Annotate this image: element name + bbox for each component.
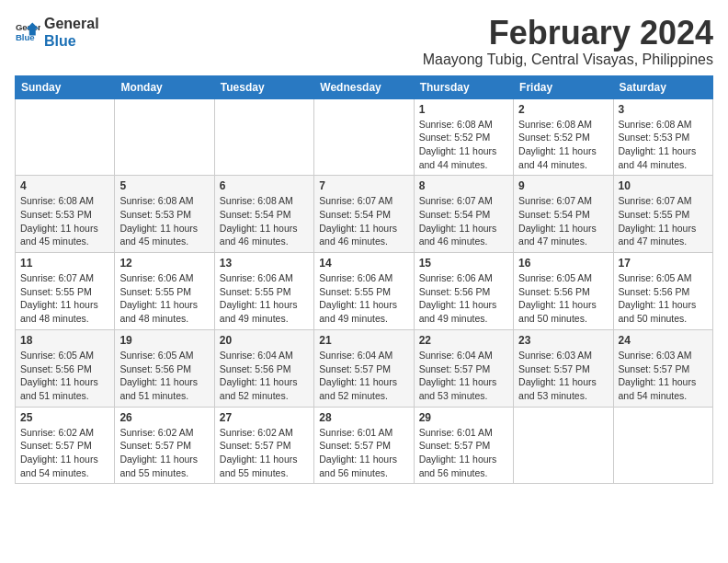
day-number: 21 [319,334,408,347]
calendar-cell: 24Sunrise: 6:03 AM Sunset: 5:57 PM Dayli… [613,329,712,407]
day-info: Sunrise: 6:07 AM Sunset: 5:55 PM Dayligh… [20,271,109,326]
day-info: Sunrise: 6:07 AM Sunset: 5:54 PM Dayligh… [319,194,408,248]
calendar-cell: 13Sunrise: 6:06 AM Sunset: 5:55 PM Dayli… [214,253,313,330]
calendar-cell [514,407,613,484]
day-info: Sunrise: 6:03 AM Sunset: 5:57 PM Dayligh… [619,349,708,403]
day-header-sunday: Sunday [16,75,115,98]
day-number: 25 [20,411,109,424]
logo-blue: Blue [44,32,99,50]
calendar-cell: 1Sunrise: 6:08 AM Sunset: 5:52 PM Daylig… [414,98,513,176]
calendar-cell: 20Sunrise: 6:04 AM Sunset: 5:56 PM Dayli… [214,329,313,407]
calendar-cell: 21Sunrise: 6:04 AM Sunset: 5:57 PM Dayli… [314,329,414,407]
day-number: 29 [419,411,508,424]
day-info: Sunrise: 6:04 AM Sunset: 5:57 PM Dayligh… [319,349,408,403]
day-number: 2 [518,103,608,116]
calendar-cell: 7Sunrise: 6:07 AM Sunset: 5:54 PM Daylig… [314,176,414,253]
calendar-cell [314,98,414,176]
calendar-cell: 14Sunrise: 6:06 AM Sunset: 5:55 PM Dayli… [314,253,414,330]
day-info: Sunrise: 6:06 AM Sunset: 5:55 PM Dayligh… [119,271,209,326]
calendar-body: 1Sunrise: 6:08 AM Sunset: 5:52 PM Daylig… [16,98,713,484]
calendar-week-2: 11Sunrise: 6:07 AM Sunset: 5:55 PM Dayli… [16,253,713,330]
calendar-cell: 3Sunrise: 6:08 AM Sunset: 5:53 PM Daylig… [613,98,712,176]
day-number: 23 [518,334,608,347]
title-area: February 2024 Maayong Tubig, Central Vis… [423,15,713,68]
calendar-week-4: 25Sunrise: 6:02 AM Sunset: 5:57 PM Dayli… [16,407,713,484]
calendar-week-3: 18Sunrise: 6:05 AM Sunset: 5:56 PM Dayli… [16,329,713,407]
calendar-table: SundayMondayTuesdayWednesdayThursdayFrid… [15,75,713,485]
day-info: Sunrise: 6:06 AM Sunset: 5:55 PM Dayligh… [220,271,309,326]
calendar-cell: 17Sunrise: 6:05 AM Sunset: 5:56 PM Dayli… [613,253,712,330]
calendar-cell: 29Sunrise: 6:01 AM Sunset: 5:57 PM Dayli… [414,407,513,484]
day-header-saturday: Saturday [613,75,712,98]
day-info: Sunrise: 6:05 AM Sunset: 5:56 PM Dayligh… [619,271,708,326]
day-info: Sunrise: 6:05 AM Sunset: 5:56 PM Dayligh… [20,349,109,403]
calendar-cell: 8Sunrise: 6:07 AM Sunset: 5:54 PM Daylig… [414,176,513,253]
day-header-friday: Friday [514,75,613,98]
day-info: Sunrise: 6:08 AM Sunset: 5:52 PM Dayligh… [518,118,608,172]
calendar-cell: 2Sunrise: 6:08 AM Sunset: 5:52 PM Daylig… [514,98,613,176]
calendar-cell: 9Sunrise: 6:07 AM Sunset: 5:54 PM Daylig… [514,176,613,253]
day-number: 13 [220,257,309,270]
day-number: 9 [518,179,608,192]
calendar-cell: 4Sunrise: 6:08 AM Sunset: 5:53 PM Daylig… [16,176,115,253]
location-title: Maayong Tubig, Central Visayas, Philippi… [423,52,713,68]
day-number: 18 [20,334,109,347]
day-header-wednesday: Wednesday [314,75,414,98]
day-number: 20 [220,334,309,347]
day-number: 10 [619,179,708,192]
day-number: 11 [20,257,109,270]
day-number: 22 [419,334,508,347]
day-info: Sunrise: 6:01 AM Sunset: 5:57 PM Dayligh… [319,426,408,480]
day-number: 19 [119,334,209,347]
calendar-cell: 27Sunrise: 6:02 AM Sunset: 5:57 PM Dayli… [214,407,313,484]
calendar-cell [16,98,115,176]
day-info: Sunrise: 6:08 AM Sunset: 5:54 PM Dayligh… [220,194,309,248]
calendar-cell: 25Sunrise: 6:02 AM Sunset: 5:57 PM Dayli… [16,407,115,484]
day-info: Sunrise: 6:02 AM Sunset: 5:57 PM Dayligh… [220,426,309,480]
day-info: Sunrise: 6:07 AM Sunset: 5:54 PM Dayligh… [419,194,508,248]
day-number: 3 [619,103,708,116]
day-number: 24 [619,334,708,347]
calendar-cell: 12Sunrise: 6:06 AM Sunset: 5:55 PM Dayli… [115,253,214,330]
calendar-cell: 26Sunrise: 6:02 AM Sunset: 5:57 PM Dayli… [115,407,214,484]
calendar-cell: 11Sunrise: 6:07 AM Sunset: 5:55 PM Dayli… [16,253,115,330]
logo: General Blue General Blue [15,15,99,50]
day-info: Sunrise: 6:01 AM Sunset: 5:57 PM Dayligh… [419,426,508,480]
day-info: Sunrise: 6:02 AM Sunset: 5:57 PM Dayligh… [20,426,109,480]
day-number: 26 [119,411,209,424]
day-number: 7 [319,179,408,192]
logo-icon: General Blue [15,19,40,45]
day-number: 16 [518,257,608,270]
day-header-thursday: Thursday [414,75,513,98]
day-info: Sunrise: 6:05 AM Sunset: 5:56 PM Dayligh… [518,271,608,326]
day-number: 27 [220,411,309,424]
header: General Blue General Blue February 2024 … [15,15,713,68]
day-info: Sunrise: 6:02 AM Sunset: 5:57 PM Dayligh… [119,426,209,480]
calendar-cell [613,407,712,484]
day-number: 12 [119,257,209,270]
day-info: Sunrise: 6:06 AM Sunset: 5:55 PM Dayligh… [319,271,408,326]
day-number: 15 [419,257,508,270]
calendar-cell: 16Sunrise: 6:05 AM Sunset: 5:56 PM Dayli… [514,253,613,330]
day-number: 5 [119,179,209,192]
day-number: 14 [319,257,408,270]
day-number: 4 [20,179,109,192]
day-info: Sunrise: 6:04 AM Sunset: 5:56 PM Dayligh… [220,349,309,403]
day-number: 6 [220,179,309,192]
day-header-tuesday: Tuesday [214,75,313,98]
day-info: Sunrise: 6:06 AM Sunset: 5:56 PM Dayligh… [419,271,508,326]
day-number: 1 [419,103,508,116]
calendar-week-0: 1Sunrise: 6:08 AM Sunset: 5:52 PM Daylig… [16,98,713,176]
calendar-cell: 5Sunrise: 6:08 AM Sunset: 5:53 PM Daylig… [115,176,214,253]
day-number: 28 [319,411,408,424]
calendar-cell: 6Sunrise: 6:08 AM Sunset: 5:54 PM Daylig… [214,176,313,253]
day-info: Sunrise: 6:07 AM Sunset: 5:54 PM Dayligh… [518,194,608,248]
calendar-header-row: SundayMondayTuesdayWednesdayThursdayFrid… [16,75,713,98]
day-number: 8 [419,179,508,192]
day-info: Sunrise: 6:08 AM Sunset: 5:53 PM Dayligh… [20,194,109,248]
calendar-cell: 23Sunrise: 6:03 AM Sunset: 5:57 PM Dayli… [514,329,613,407]
day-info: Sunrise: 6:03 AM Sunset: 5:57 PM Dayligh… [518,349,608,403]
calendar-cell [115,98,214,176]
day-number: 17 [619,257,708,270]
calendar-cell: 15Sunrise: 6:06 AM Sunset: 5:56 PM Dayli… [414,253,513,330]
